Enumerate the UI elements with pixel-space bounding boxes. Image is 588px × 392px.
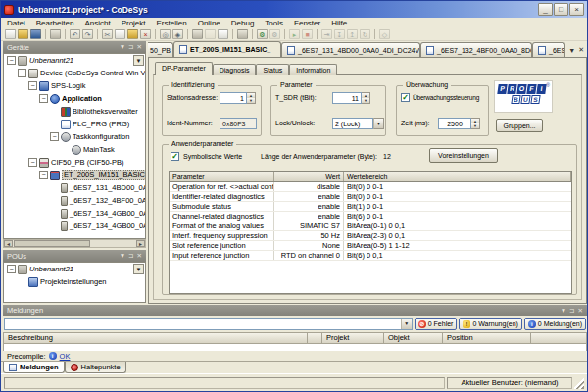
menu-online[interactable]: Online bbox=[198, 19, 220, 27]
save-icon[interactable] bbox=[30, 29, 41, 39]
login-icon[interactable]: ⚙ bbox=[257, 29, 268, 39]
errors-filter-button[interactable]: ⊘ 0 Fehler bbox=[415, 318, 458, 330]
tree-item-device[interactable]: − Device (CoDeSys Control Win V3) bbox=[4, 67, 145, 79]
step-into-icon[interactable]: ↧ bbox=[334, 29, 345, 39]
stationsadresse-stepper[interactable]: ▲▼ bbox=[247, 92, 256, 104]
panel-menu-icon[interactable]: ▼ bbox=[561, 307, 566, 315]
single-cycle-icon[interactable]: ◇ bbox=[379, 29, 390, 39]
warnings-filter-button[interactable]: ! 0 Warnung(en) bbox=[459, 318, 521, 330]
precompile-ok-link[interactable]: OK bbox=[60, 352, 71, 361]
scroll-right-icon[interactable]: ► bbox=[136, 240, 145, 247]
close-button[interactable]: × bbox=[569, 3, 584, 16]
collapse-icon[interactable]: − bbox=[7, 56, 16, 65]
collapse-icon[interactable]: − bbox=[39, 94, 48, 103]
tab-diagnosis[interactable]: Diagnosis bbox=[213, 64, 257, 75]
tab-haltepunkte[interactable]: Haltepunkte bbox=[65, 362, 126, 373]
resize-grip[interactable] bbox=[574, 377, 584, 389]
tab-information[interactable]: Information bbox=[289, 64, 337, 75]
menu-tools[interactable]: Tools bbox=[265, 19, 283, 27]
maximize-button[interactable]: □ bbox=[554, 3, 568, 16]
redo-icon[interactable]: ↷ bbox=[82, 29, 93, 39]
tree-item-project[interactable]: − Unbenannt21 ▼ bbox=[4, 263, 145, 275]
cut-icon[interactable]: ✂ bbox=[102, 29, 113, 39]
menu-datei[interactable]: Datei bbox=[7, 19, 25, 27]
close-panel-icon[interactable]: ✕ bbox=[137, 252, 142, 260]
build-icon[interactable] bbox=[192, 29, 203, 39]
tree-item-cif50-pb[interactable]: − CIF50_PB (CIF50-PB) bbox=[4, 156, 145, 169]
new-file-icon[interactable] bbox=[5, 29, 16, 39]
tree-dropdown-icon[interactable]: ▼ bbox=[133, 264, 144, 274]
menu-ansicht[interactable]: Ansicht bbox=[84, 19, 110, 27]
table-row[interactable]: Operation for ref. <>actual conf. disabl… bbox=[170, 182, 571, 192]
find-next-icon[interactable]: ◈ bbox=[172, 29, 183, 39]
scrollbar-thumb[interactable] bbox=[14, 240, 90, 247]
reset-icon[interactable]: ↻ bbox=[360, 29, 370, 39]
collapse-icon[interactable]: − bbox=[7, 265, 16, 273]
close-panel-icon[interactable]: ✕ bbox=[578, 307, 583, 315]
collapse-icon[interactable]: − bbox=[28, 81, 37, 90]
logout-icon[interactable]: ⚙ bbox=[270, 29, 280, 39]
panel-menu-icon[interactable]: ▼ bbox=[120, 252, 125, 260]
generate-icon[interactable] bbox=[205, 29, 216, 39]
step-over-icon[interactable]: ⇥ bbox=[321, 29, 332, 39]
tree-item-module-4[interactable]: _6ES7_134_4GB00_0AB0_2 bbox=[4, 220, 145, 232]
tree-item-plc-prg[interactable]: PLC_PRG (PRG) bbox=[4, 118, 145, 130]
menu-projekt[interactable]: Projekt bbox=[122, 19, 146, 27]
table-row[interactable]: Interf. frequency suppression 50 Hz BitA… bbox=[170, 231, 571, 241]
open-file-icon[interactable] bbox=[18, 29, 28, 39]
minimize-button[interactable]: _ bbox=[538, 3, 553, 16]
ueberwachung-checkbox[interactable]: ✓ bbox=[401, 93, 410, 102]
step-out-icon[interactable]: ↥ bbox=[347, 29, 358, 39]
start-icon[interactable]: ▸ bbox=[289, 29, 300, 39]
close-document-icon[interactable]: ✕ bbox=[578, 46, 584, 54]
tab-dp-parameter[interactable]: DP-Parameter bbox=[155, 62, 213, 75]
tsdr-stepper[interactable]: ▲▼ bbox=[362, 92, 370, 104]
tree-item-project[interactable]: − Unbenannt21 ▼ bbox=[4, 54, 145, 67]
gruppen-button[interactable]: Gruppen... bbox=[496, 119, 543, 132]
table-row[interactable]: Submodule status enable Bit(1) 0 0-1 bbox=[170, 202, 571, 212]
menu-hilfe[interactable]: Hilfe bbox=[331, 19, 347, 27]
zeit-stepper[interactable]: ▲▼ bbox=[471, 118, 480, 129]
menu-debug[interactable]: Debug bbox=[231, 19, 255, 27]
table-row[interactable]: Slot reference junction None BitArea(0-5… bbox=[170, 241, 571, 251]
tree-item-application[interactable]: − Application bbox=[4, 92, 145, 105]
menu-erstellen[interactable]: Erstellen bbox=[157, 19, 187, 27]
col-wert[interactable]: Wert bbox=[274, 172, 344, 181]
col-position[interactable]: Position bbox=[443, 333, 531, 343]
print-icon[interactable] bbox=[50, 29, 61, 39]
col-beschreibung[interactable]: Beschreibung bbox=[4, 333, 308, 343]
tab-status[interactable]: Status bbox=[256, 64, 289, 75]
table-row[interactable]: Format of the analog values SIMATIC S7 B… bbox=[170, 221, 571, 231]
stop-icon[interactable]: ■ bbox=[302, 29, 313, 39]
horizontal-scrollbar[interactable]: ◄ ► bbox=[3, 239, 146, 248]
collapse-icon[interactable]: − bbox=[39, 171, 48, 179]
lock-unlock-select[interactable]: 2 (Lock) bbox=[332, 118, 373, 129]
collapse-icon[interactable]: − bbox=[18, 69, 26, 77]
symbolische-werte-checkbox[interactable]: ✓ bbox=[171, 152, 179, 161]
doc-tab-6es7-131[interactable]: _6ES7_131_4BD00_0AA0_4DI_DC24V bbox=[281, 42, 420, 57]
doc-tab-6es7-132[interactable]: _6ES7_132_4BF00_0AA0_8DO bbox=[420, 42, 532, 57]
tab-meldungen[interactable]: Meldungen bbox=[3, 362, 65, 373]
menu-bearbeiten[interactable]: Bearbeiten bbox=[36, 19, 74, 27]
tsdr-input[interactable]: 11 bbox=[332, 92, 362, 104]
new-object-icon[interactable] bbox=[218, 29, 228, 39]
device-catalog-icon[interactable] bbox=[237, 29, 248, 39]
col-projekt[interactable]: Projekt bbox=[322, 333, 384, 343]
tree-item-bibliotheksverwalter[interactable]: Bibliotheksverwalter bbox=[4, 105, 145, 118]
find-icon[interactable]: ◎ bbox=[160, 29, 171, 39]
tree-item-et200s[interactable]: − ET_200S_IM151_BASIC_ (ET 20 bbox=[4, 169, 145, 181]
tree-item-projekteinstellungen[interactable]: Projekteinstellungen bbox=[4, 275, 145, 288]
zeit-input[interactable]: 2500 bbox=[438, 118, 471, 129]
tree-item-taskkonfiguration[interactable]: − Taskkonfiguration bbox=[4, 130, 145, 143]
doc-tab-cif50-pb[interactable]: 50_PB bbox=[148, 42, 173, 57]
tab-list-dropdown-icon[interactable]: ▼ bbox=[568, 47, 575, 54]
voreinstellungen-button[interactable]: Voreinstellungen bbox=[429, 148, 498, 163]
tree-item-module-2[interactable]: _6ES7_132_4BF00_0AA0_8 bbox=[4, 194, 145, 207]
pin-icon[interactable]: ⊐ bbox=[128, 43, 133, 51]
undo-icon[interactable]: ↶ bbox=[70, 29, 80, 39]
doc-tab-et200s[interactable]: ET_200S_IM151_BASIC_ bbox=[173, 41, 281, 57]
tree-item-module-3[interactable]: _6ES7_134_4GB00_0AB0_2 bbox=[4, 207, 145, 220]
panel-menu-icon[interactable]: ▼ bbox=[120, 43, 125, 51]
tree-item-sps-logik[interactable]: − SPS-Logik bbox=[4, 79, 145, 92]
tree-dropdown-icon[interactable]: ▼ bbox=[133, 55, 144, 66]
